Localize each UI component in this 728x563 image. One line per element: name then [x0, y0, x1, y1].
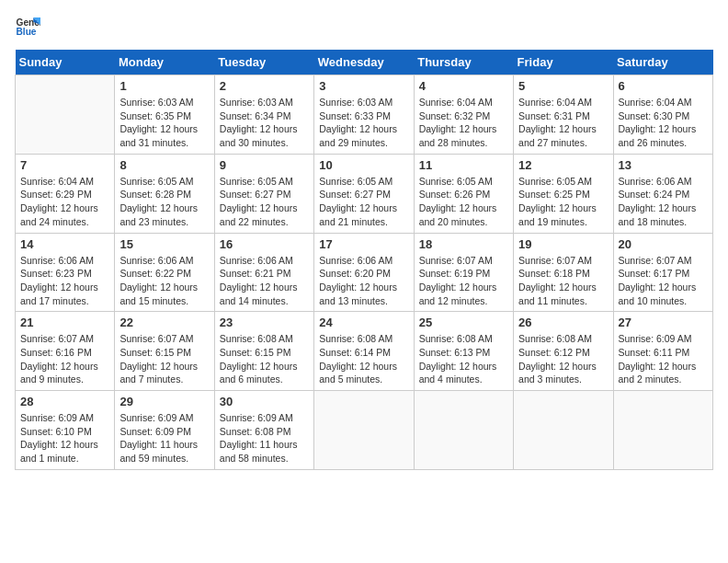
cell-content: Sunrise: 6:06 AMSunset: 6:24 PMDaylight:… [619, 175, 708, 229]
calendar-cell [613, 391, 712, 470]
calendar-cell: 24Sunrise: 6:08 AMSunset: 6:14 PMDayligh… [314, 312, 414, 391]
day-number: 8 [119, 158, 209, 172]
page-header: General Blue [15, 15, 713, 40]
calendar-week-2: 7Sunrise: 6:04 AMSunset: 6:29 PMDaylight… [16, 154, 713, 233]
cell-content: Sunrise: 6:07 AMSunset: 6:16 PMDaylight:… [20, 332, 109, 386]
calendar-cell [414, 391, 513, 470]
calendar-table: SundayMondayTuesdayWednesdayThursdayFrid… [15, 50, 713, 470]
day-number: 22 [119, 316, 209, 329]
day-number: 12 [518, 158, 608, 172]
calendar-cell: 30Sunrise: 6:09 AMSunset: 6:08 PMDayligh… [214, 391, 313, 470]
day-number: 24 [319, 316, 408, 329]
day-number: 5 [518, 79, 608, 93]
calendar-cell: 17Sunrise: 6:06 AMSunset: 6:20 PMDayligh… [314, 233, 414, 312]
logo-icon: General Blue [15, 15, 40, 40]
day-number: 7 [20, 158, 109, 172]
calendar-cell: 9Sunrise: 6:05 AMSunset: 6:27 PMDaylight… [214, 154, 313, 233]
day-number: 25 [419, 316, 508, 329]
day-number: 2 [220, 79, 309, 93]
cell-content: Sunrise: 6:09 AMSunset: 6:10 PMDaylight:… [20, 411, 109, 465]
calendar-cell: 3Sunrise: 6:03 AMSunset: 6:33 PMDaylight… [314, 75, 414, 155]
weekday-header-row: SundayMondayTuesdayWednesdayThursdayFrid… [16, 50, 713, 75]
calendar-cell: 4Sunrise: 6:04 AMSunset: 6:32 PMDaylight… [414, 75, 513, 155]
day-number: 4 [419, 79, 508, 93]
cell-content: Sunrise: 6:09 AMSunset: 6:09 PMDaylight:… [119, 411, 209, 465]
cell-content: Sunrise: 6:06 AMSunset: 6:22 PMDaylight:… [119, 254, 209, 308]
cell-content: Sunrise: 6:07 AMSunset: 6:18 PMDaylight:… [518, 254, 608, 308]
cell-content: Sunrise: 6:03 AMSunset: 6:33 PMDaylight:… [319, 96, 408, 150]
calendar-cell [514, 391, 613, 470]
weekday-header-sunday: Sunday [16, 50, 115, 75]
day-number: 27 [619, 316, 708, 329]
calendar-cell: 23Sunrise: 6:08 AMSunset: 6:15 PMDayligh… [214, 312, 313, 391]
cell-content: Sunrise: 6:08 AMSunset: 6:15 PMDaylight:… [220, 332, 309, 386]
cell-content: Sunrise: 6:06 AMSunset: 6:20 PMDaylight:… [319, 254, 408, 308]
cell-content: Sunrise: 6:05 AMSunset: 6:27 PMDaylight:… [220, 175, 309, 229]
calendar-cell: 22Sunrise: 6:07 AMSunset: 6:15 PMDayligh… [115, 312, 214, 391]
day-number: 28 [20, 395, 109, 408]
day-number: 20 [619, 237, 708, 251]
calendar-cell: 8Sunrise: 6:05 AMSunset: 6:28 PMDaylight… [115, 154, 214, 233]
day-number: 6 [619, 79, 708, 93]
cell-content: Sunrise: 6:04 AMSunset: 6:31 PMDaylight:… [518, 96, 608, 150]
weekday-header-friday: Friday [514, 50, 613, 75]
cell-content: Sunrise: 6:06 AMSunset: 6:23 PMDaylight:… [20, 254, 109, 308]
cell-content: Sunrise: 6:06 AMSunset: 6:21 PMDaylight:… [220, 254, 309, 308]
weekday-header-wednesday: Wednesday [314, 50, 414, 75]
weekday-header-saturday: Saturday [613, 50, 712, 75]
cell-content: Sunrise: 6:07 AMSunset: 6:15 PMDaylight:… [119, 332, 209, 386]
calendar-cell: 16Sunrise: 6:06 AMSunset: 6:21 PMDayligh… [214, 233, 313, 312]
cell-content: Sunrise: 6:08 AMSunset: 6:14 PMDaylight:… [319, 332, 408, 386]
day-number: 18 [419, 237, 508, 251]
cell-content: Sunrise: 6:04 AMSunset: 6:30 PMDaylight:… [619, 96, 708, 150]
weekday-header-thursday: Thursday [414, 50, 513, 75]
day-number: 9 [220, 158, 309, 172]
day-number: 16 [220, 237, 309, 251]
cell-content: Sunrise: 6:05 AMSunset: 6:28 PMDaylight:… [119, 175, 209, 229]
calendar-cell: 5Sunrise: 6:04 AMSunset: 6:31 PMDaylight… [514, 75, 613, 155]
cell-content: Sunrise: 6:03 AMSunset: 6:35 PMDaylight:… [119, 96, 209, 150]
calendar-cell: 2Sunrise: 6:03 AMSunset: 6:34 PMDaylight… [214, 75, 313, 155]
calendar-cell: 15Sunrise: 6:06 AMSunset: 6:22 PMDayligh… [115, 233, 214, 312]
calendar-cell: 26Sunrise: 6:08 AMSunset: 6:12 PMDayligh… [514, 312, 613, 391]
cell-content: Sunrise: 6:07 AMSunset: 6:19 PMDaylight:… [419, 254, 508, 308]
weekday-header-monday: Monday [115, 50, 214, 75]
cell-content: Sunrise: 6:04 AMSunset: 6:32 PMDaylight:… [419, 96, 508, 150]
day-number: 26 [518, 316, 608, 329]
calendar-week-3: 14Sunrise: 6:06 AMSunset: 6:23 PMDayligh… [16, 233, 713, 312]
calendar-cell: 1Sunrise: 6:03 AMSunset: 6:35 PMDaylight… [115, 75, 214, 155]
calendar-week-4: 21Sunrise: 6:07 AMSunset: 6:16 PMDayligh… [16, 312, 713, 391]
calendar-cell: 25Sunrise: 6:08 AMSunset: 6:13 PMDayligh… [414, 312, 513, 391]
day-number: 11 [419, 158, 508, 172]
svg-text:Blue: Blue [17, 27, 37, 37]
calendar-cell: 27Sunrise: 6:09 AMSunset: 6:11 PMDayligh… [613, 312, 712, 391]
day-number: 15 [119, 237, 209, 251]
cell-content: Sunrise: 6:09 AMSunset: 6:08 PMDaylight:… [220, 411, 309, 465]
logo: General Blue [15, 15, 40, 40]
calendar-cell: 11Sunrise: 6:05 AMSunset: 6:26 PMDayligh… [414, 154, 513, 233]
day-number: 23 [220, 316, 309, 329]
day-number: 17 [319, 237, 408, 251]
calendar-cell: 13Sunrise: 6:06 AMSunset: 6:24 PMDayligh… [613, 154, 712, 233]
calendar-cell: 12Sunrise: 6:05 AMSunset: 6:25 PMDayligh… [514, 154, 613, 233]
day-number: 14 [20, 237, 109, 251]
day-number: 3 [319, 79, 408, 93]
day-number: 21 [20, 316, 109, 329]
cell-content: Sunrise: 6:05 AMSunset: 6:27 PMDaylight:… [319, 175, 408, 229]
calendar-cell: 21Sunrise: 6:07 AMSunset: 6:16 PMDayligh… [16, 312, 115, 391]
calendar-cell: 6Sunrise: 6:04 AMSunset: 6:30 PMDaylight… [613, 75, 712, 155]
cell-content: Sunrise: 6:08 AMSunset: 6:12 PMDaylight:… [518, 332, 608, 386]
cell-content: Sunrise: 6:07 AMSunset: 6:17 PMDaylight:… [619, 254, 708, 308]
calendar-week-5: 28Sunrise: 6:09 AMSunset: 6:10 PMDayligh… [16, 391, 713, 470]
day-number: 1 [119, 79, 209, 93]
day-number: 30 [220, 395, 309, 408]
weekday-header-tuesday: Tuesday [214, 50, 313, 75]
cell-content: Sunrise: 6:09 AMSunset: 6:11 PMDaylight:… [619, 332, 708, 386]
calendar-cell: 10Sunrise: 6:05 AMSunset: 6:27 PMDayligh… [314, 154, 414, 233]
calendar-cell: 19Sunrise: 6:07 AMSunset: 6:18 PMDayligh… [514, 233, 613, 312]
calendar-cell [16, 75, 115, 155]
cell-content: Sunrise: 6:08 AMSunset: 6:13 PMDaylight:… [419, 332, 508, 386]
calendar-cell: 18Sunrise: 6:07 AMSunset: 6:19 PMDayligh… [414, 233, 513, 312]
cell-content: Sunrise: 6:05 AMSunset: 6:26 PMDaylight:… [419, 175, 508, 229]
day-number: 10 [319, 158, 408, 172]
